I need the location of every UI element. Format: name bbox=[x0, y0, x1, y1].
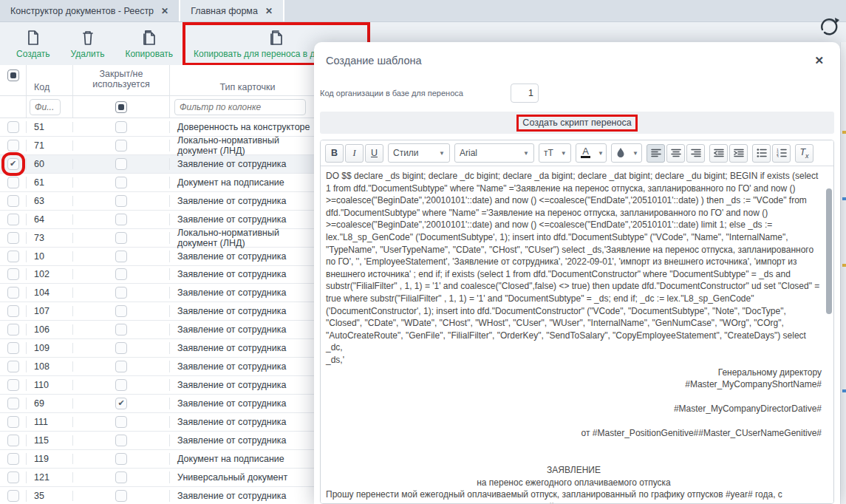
row-closed-checkbox[interactable] bbox=[115, 305, 127, 317]
editor-content[interactable]: DO $$ declare _ds bigint; declare _dc bi… bbox=[321, 166, 833, 503]
table-row[interactable]: 110Заявление от сотрудника bbox=[0, 376, 318, 395]
column-header-closed[interactable]: Закрыт/не используется bbox=[73, 65, 170, 95]
bold-button[interactable]: B bbox=[325, 144, 344, 163]
row-select-checkbox[interactable] bbox=[7, 342, 19, 354]
copy-button[interactable]: Копировать bbox=[117, 26, 180, 62]
refresh-icon[interactable] bbox=[817, 15, 841, 41]
row-closed-checkbox[interactable] bbox=[115, 158, 127, 170]
table-row[interactable]: 115Заявление от сотрудника bbox=[0, 432, 318, 450]
table-row[interactable]: 69Заявление от сотрудника bbox=[0, 395, 318, 413]
row-select-checkbox[interactable] bbox=[7, 471, 19, 483]
select-all-checkbox[interactable] bbox=[7, 69, 19, 81]
numbered-list-button[interactable]: 123 bbox=[772, 144, 791, 163]
row-closed-checkbox[interactable] bbox=[115, 251, 127, 262]
row-closed-checkbox[interactable] bbox=[115, 453, 127, 465]
row-select-checkbox[interactable] bbox=[7, 140, 19, 151]
font-size-dropdown[interactable]: тT▼ bbox=[539, 143, 571, 163]
row-select-checkbox[interactable] bbox=[7, 251, 19, 262]
styles-dropdown[interactable]: Стили▼ bbox=[388, 143, 450, 163]
tab-main-form[interactable]: Главная форма ✕ bbox=[180, 0, 284, 21]
row-select-checkbox[interactable] bbox=[7, 435, 19, 446]
table-row[interactable]: 10Заявление от сотрудника bbox=[0, 248, 318, 266]
table-row[interactable]: 71Локально-нормативный документ (ЛНД) bbox=[0, 137, 318, 155]
modal-close-icon[interactable]: ✕ bbox=[810, 52, 828, 69]
outdent-button[interactable] bbox=[709, 144, 728, 163]
create-transfer-script-button[interactable]: Создать скрипт переноса bbox=[320, 112, 834, 134]
tab-close-icon[interactable]: ✕ bbox=[161, 6, 168, 16]
row-select-checkbox[interactable] bbox=[7, 287, 19, 299]
tab-close-icon[interactable]: ✕ bbox=[265, 6, 273, 16]
row-closed-checkbox[interactable] bbox=[115, 121, 127, 133]
table-row[interactable]: 121Универсальный документ bbox=[0, 469, 318, 487]
row-closed-checkbox[interactable] bbox=[115, 361, 127, 372]
row-closed-checkbox[interactable] bbox=[115, 324, 127, 336]
table-row[interactable]: 108Заявление от сотрудника bbox=[0, 358, 318, 376]
font-family-dropdown[interactable]: Arial▼ bbox=[454, 143, 534, 163]
table-row[interactable]: 73Локально-нормативный документ (ЛНД) bbox=[0, 229, 318, 248]
row-closed-checkbox[interactable] bbox=[115, 232, 127, 244]
editor-scrollbar[interactable] bbox=[825, 168, 832, 502]
underline-button[interactable]: U bbox=[365, 144, 383, 163]
row-select-checkbox[interactable] bbox=[7, 232, 19, 244]
row-closed-checkbox[interactable] bbox=[115, 195, 127, 207]
row-closed-checkbox[interactable] bbox=[115, 268, 127, 280]
table-row[interactable]: 61Документ на подписание bbox=[0, 174, 318, 192]
row-select-checkbox[interactable] bbox=[7, 177, 19, 188]
row-closed-checkbox[interactable] bbox=[115, 490, 127, 502]
row-select-checkbox[interactable] bbox=[7, 305, 19, 317]
editor-scrollbar-thumb[interactable] bbox=[826, 188, 832, 314]
table-row[interactable]: 119Документ на подписание bbox=[0, 450, 318, 469]
type-filter-input[interactable] bbox=[174, 99, 306, 115]
row-closed-checkbox[interactable] bbox=[115, 471, 127, 483]
column-header-type[interactable]: Тип карточки bbox=[170, 65, 318, 95]
row-select-checkbox[interactable] bbox=[7, 490, 19, 502]
fill-color-dropdown[interactable]: ▼ bbox=[611, 143, 642, 163]
row-closed-checkbox[interactable] bbox=[115, 379, 127, 391]
table-row[interactable]: 63Заявление от сотрудника bbox=[0, 192, 318, 211]
table-row[interactable]: 60Заявление от сотрудника bbox=[0, 155, 318, 174]
row-closed-checkbox[interactable] bbox=[115, 342, 127, 354]
row-select-checkbox[interactable] bbox=[7, 398, 19, 409]
row-closed-checkbox[interactable] bbox=[115, 140, 127, 151]
row-closed-checkbox[interactable] bbox=[115, 416, 127, 428]
closed-filter-checkbox[interactable] bbox=[115, 101, 127, 113]
table-row[interactable]: 102Заявление от сотрудника bbox=[0, 266, 318, 285]
row-closed-checkbox[interactable] bbox=[115, 177, 127, 188]
column-header-code[interactable]: Код bbox=[27, 65, 73, 95]
row-closed-checkbox[interactable] bbox=[115, 287, 127, 299]
clear-formatting-button[interactable]: Tx bbox=[795, 144, 813, 163]
tab-document-constructor-registry[interactable]: Конструктор документов - Реестр ✕ bbox=[0, 0, 180, 21]
align-right-button[interactable] bbox=[686, 144, 705, 163]
row-closed-checkbox[interactable] bbox=[115, 214, 127, 225]
row-select-checkbox[interactable] bbox=[7, 361, 19, 372]
row-closed-checkbox[interactable] bbox=[115, 398, 127, 409]
row-closed-checkbox[interactable] bbox=[115, 435, 127, 446]
row-select-checkbox[interactable] bbox=[7, 268, 19, 280]
table-row[interactable]: 111Заявление от сотрудника bbox=[0, 413, 318, 432]
table-row[interactable]: 106Заявление от сотрудника bbox=[0, 321, 318, 339]
org-code-input[interactable] bbox=[511, 84, 539, 103]
row-select-checkbox[interactable] bbox=[7, 324, 19, 336]
delete-button[interactable]: Удалить bbox=[64, 26, 112, 62]
table-row[interactable]: 104Заявление от сотрудника bbox=[0, 284, 318, 302]
row-select-checkbox[interactable] bbox=[7, 158, 19, 170]
table-row[interactable]: 64Заявление от сотрудника bbox=[0, 211, 318, 229]
code-filter-input[interactable] bbox=[30, 99, 61, 115]
table-row[interactable]: 109Заявление от сотрудника bbox=[0, 339, 318, 358]
row-select-checkbox[interactable] bbox=[7, 379, 19, 391]
table-row[interactable]: 35Заявление от сотрудника bbox=[0, 487, 318, 504]
text-color-dropdown[interactable]: A▼ bbox=[576, 143, 607, 163]
row-select-checkbox[interactable] bbox=[7, 195, 19, 207]
row-select-checkbox[interactable] bbox=[7, 214, 19, 225]
italic-button[interactable]: I bbox=[345, 144, 364, 163]
row-select-checkbox[interactable] bbox=[7, 121, 19, 133]
align-left-button[interactable] bbox=[647, 144, 665, 163]
indent-button[interactable] bbox=[729, 144, 748, 163]
bullet-list-button[interactable] bbox=[752, 144, 771, 163]
create-button[interactable]: Создать bbox=[9, 26, 58, 62]
row-select-checkbox[interactable] bbox=[7, 416, 19, 428]
table-row[interactable]: 107Заявление от сотрудника bbox=[0, 302, 318, 321]
row-select-checkbox[interactable] bbox=[7, 453, 19, 465]
table-row[interactable]: 51Доверенность на конструкторе bbox=[0, 118, 318, 137]
align-center-button[interactable] bbox=[666, 144, 685, 163]
